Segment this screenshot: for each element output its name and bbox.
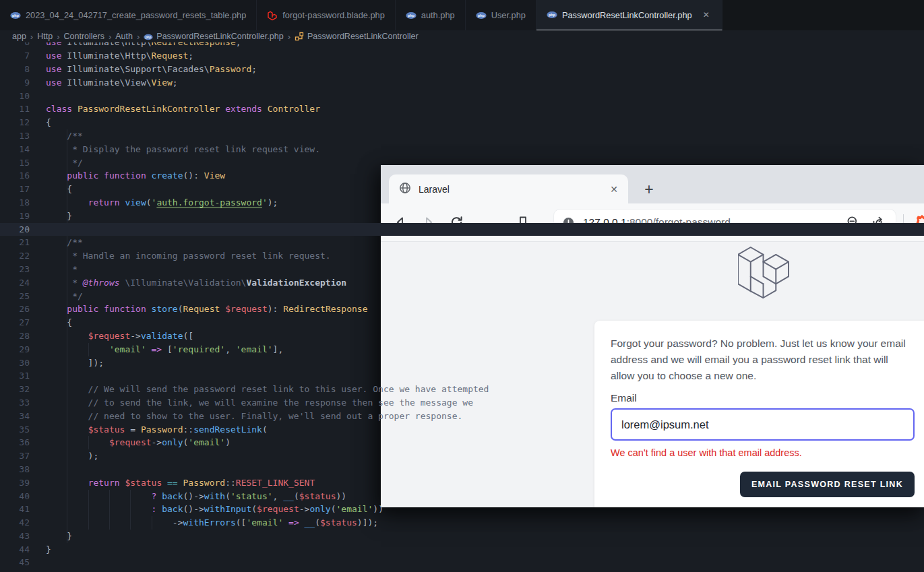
code-line: 30 ]); bbox=[0, 356, 924, 370]
code-line: 27 { bbox=[0, 316, 924, 329]
editor-tab[interactable]: phpPasswordResetLinkController.php✕ bbox=[536, 0, 722, 30]
line-number: 32 bbox=[0, 383, 46, 396]
code-text: // We will send the password reset link … bbox=[46, 383, 489, 396]
breadcrumb-item[interactable]: phpPasswordResetLinkController.php bbox=[144, 32, 283, 41]
svg-text:php: php bbox=[146, 36, 152, 39]
code-line: 32 // We will send the password reset li… bbox=[0, 383, 924, 396]
tab-label: forgot-password.blade.php bbox=[282, 10, 385, 20]
breadcrumb-label: Http bbox=[37, 32, 53, 41]
code-line: 41 : back()->withInput($request->only('e… bbox=[0, 503, 924, 516]
code-line: 38 bbox=[0, 463, 924, 476]
code-line: 8use Illuminate\Support\Facades\Password… bbox=[0, 63, 924, 76]
code-line: 35 $status = Password::sendResetLink( bbox=[0, 423, 924, 437]
line-number: 38 bbox=[0, 463, 46, 476]
code-line: 15 */ bbox=[0, 156, 924, 170]
code-line: 26 public function store(Request $reques… bbox=[0, 303, 924, 316]
breadcrumb-label: Controllers bbox=[63, 32, 104, 41]
code-line: 13 /** bbox=[0, 129, 924, 143]
line-number: 16 bbox=[0, 169, 46, 183]
line-number: 26 bbox=[0, 303, 46, 316]
line-number: 36 bbox=[0, 436, 46, 449]
editor-tab[interactable]: phpauth.php bbox=[396, 0, 466, 30]
code-editor[interactable]: 6use Illuminate\Http\RedirectResponse;7u… bbox=[0, 42, 924, 572]
line-number: 23 bbox=[0, 263, 46, 276]
line-number: 18 bbox=[0, 196, 46, 210]
code-text: /** bbox=[46, 129, 83, 143]
line-number: 34 bbox=[0, 410, 46, 423]
breadcrumb-item[interactable]: Controllers bbox=[63, 32, 104, 41]
breadcrumb-item[interactable]: app bbox=[12, 32, 26, 41]
line-number: 6 bbox=[0, 42, 46, 49]
code-text: 'email' => ['required', 'email'], bbox=[46, 343, 283, 356]
php-icon: php bbox=[406, 10, 417, 21]
line-number: 22 bbox=[0, 249, 46, 263]
line-number: 24 bbox=[0, 276, 46, 290]
breadcrumb: app›Http›Controllers›Auth›phpPasswordRes… bbox=[0, 30, 924, 42]
code-line: 28 $request->validate([ bbox=[0, 329, 924, 343]
line-number: 19 bbox=[0, 210, 46, 223]
chevron-right-icon: › bbox=[288, 32, 290, 42]
code-line: 18 return view('auth.forgot-password'); bbox=[0, 196, 924, 210]
line-number: 8 bbox=[0, 63, 46, 76]
line-number: 31 bbox=[0, 369, 46, 383]
code-line: 12{ bbox=[0, 116, 924, 129]
editor-tab[interactable]: phpUser.php bbox=[466, 0, 536, 30]
code-line: 37 ); bbox=[0, 449, 924, 463]
code-line: 44} bbox=[0, 543, 924, 557]
code-text: { bbox=[46, 183, 72, 196]
line-number: 30 bbox=[0, 356, 46, 370]
php-icon: php bbox=[10, 10, 21, 21]
php-icon: php bbox=[476, 10, 487, 21]
code-text: use Illuminate\Http\Request; bbox=[46, 49, 193, 63]
code-line: 9use Illuminate\View\View; bbox=[0, 76, 924, 90]
line-number: 27 bbox=[0, 316, 46, 329]
code-line: 23 * bbox=[0, 263, 924, 276]
chevron-right-icon: › bbox=[109, 32, 111, 42]
code-text: : back()->withInput($request->only('emai… bbox=[46, 503, 383, 516]
line-number: 10 bbox=[0, 90, 46, 103]
code-line: 24 * @throws \Illuminate\Validation\Vali… bbox=[0, 276, 924, 290]
breadcrumb-label: PasswordResetLinkController.php bbox=[156, 32, 283, 41]
code-line: 21 /** bbox=[0, 236, 924, 249]
breadcrumb-item[interactable]: PasswordResetLinkController bbox=[295, 32, 419, 41]
code-line: 34 // need to show to the user. Finally,… bbox=[0, 410, 924, 423]
code-text: { bbox=[46, 116, 51, 129]
code-text: ); bbox=[46, 449, 98, 463]
line-number: 9 bbox=[0, 76, 46, 90]
code-text: return $status == Password::RESET_LINK_S… bbox=[46, 476, 315, 490]
code-text: use Illuminate\Http\RedirectResponse; bbox=[46, 42, 241, 49]
code-text: $request->only('email') bbox=[46, 436, 230, 449]
code-text: */ bbox=[46, 290, 83, 303]
code-line: 11class PasswordResetLinkController exte… bbox=[0, 102, 924, 116]
code-line: 43 } bbox=[0, 530, 924, 543]
chevron-right-icon: › bbox=[30, 32, 33, 42]
code-text: $request->validate([ bbox=[46, 329, 193, 343]
editor-tab-bar: php2023_04_24_042717_create_password_res… bbox=[0, 0, 924, 30]
code-line: 39 return $status == Password::RESET_LIN… bbox=[0, 476, 924, 490]
line-number: 12 bbox=[0, 116, 46, 129]
code-text: * Handle an incoming password reset link… bbox=[46, 249, 331, 263]
code-content: 6use Illuminate\Http\RedirectResponse;7u… bbox=[0, 42, 924, 569]
tab-label: PasswordResetLinkController.php bbox=[562, 10, 692, 20]
code-text: } bbox=[46, 543, 51, 557]
code-line: 14 * Display the password reset link req… bbox=[0, 143, 924, 156]
code-text: class PasswordResetLinkController extend… bbox=[46, 102, 320, 116]
line-number: 33 bbox=[0, 396, 46, 410]
breadcrumb-item[interactable]: Http bbox=[37, 32, 53, 41]
code-text: use Illuminate\View\View; bbox=[46, 76, 178, 90]
line-number: 7 bbox=[0, 49, 46, 63]
line-number: 35 bbox=[0, 423, 46, 437]
line-number: 43 bbox=[0, 530, 46, 543]
line-number: 28 bbox=[0, 329, 46, 343]
code-line: 20 bbox=[0, 223, 924, 236]
svg-text:php: php bbox=[478, 13, 485, 18]
breadcrumb-item[interactable]: Auth bbox=[115, 32, 133, 41]
tab-label: auth.php bbox=[421, 10, 455, 20]
code-text: $status = Password::sendResetLink( bbox=[46, 423, 268, 437]
close-tab-icon[interactable]: ✕ bbox=[701, 9, 712, 20]
editor-tab[interactable]: php2023_04_24_042717_create_password_res… bbox=[0, 0, 257, 30]
code-line: 22 * Handle an incoming password reset l… bbox=[0, 249, 924, 263]
laravel-icon bbox=[267, 10, 278, 21]
code-line: 40 ? back()->with('status', __($status)) bbox=[0, 490, 924, 503]
editor-tab[interactable]: forgot-password.blade.php bbox=[257, 0, 396, 30]
